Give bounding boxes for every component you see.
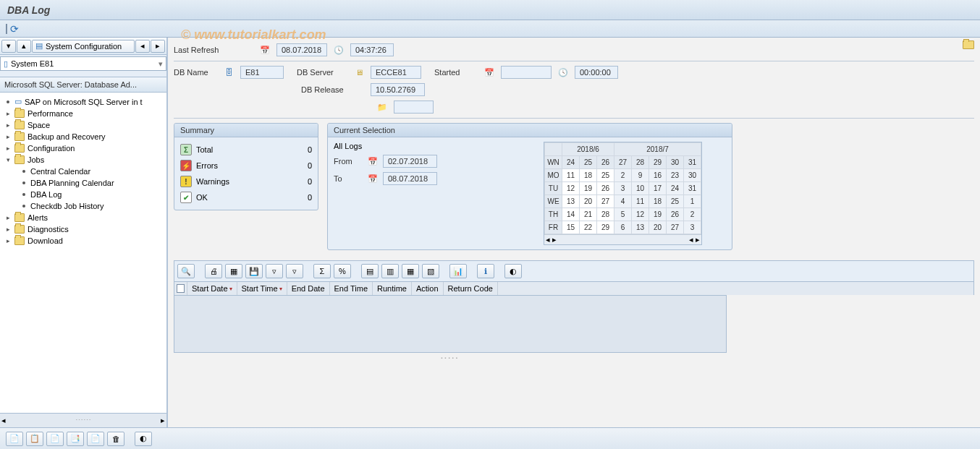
col-end-time[interactable]: End Time bbox=[330, 282, 373, 295]
cal-cell[interactable]: 13 bbox=[562, 195, 580, 208]
cal-cell[interactable]: 21 bbox=[580, 208, 597, 221]
col-start-time[interactable]: Start Time▾ bbox=[237, 282, 287, 295]
cal-cell[interactable]: 30 bbox=[667, 156, 684, 169]
refresh-icon[interactable]: ⟳ bbox=[10, 23, 19, 35]
cal-cell[interactable]: 27 bbox=[597, 195, 614, 208]
cal-cell[interactable]: 25 bbox=[597, 169, 614, 182]
open-folder-button[interactable] bbox=[963, 40, 974, 51]
cal-cell[interactable]: 31 bbox=[684, 156, 701, 169]
cal-cell[interactable]: 10 bbox=[632, 182, 649, 195]
cal-cell[interactable]: 29 bbox=[597, 221, 614, 234]
sidebar-scrollbar[interactable]: ◂⋯⋯▸ bbox=[0, 413, 166, 427]
tree-item-dba-log[interactable]: DBA Log bbox=[16, 189, 166, 200]
export-excel-icon[interactable]: ▦ bbox=[225, 264, 242, 278]
cal-cell[interactable]: 20 bbox=[649, 221, 667, 234]
cal-cell[interactable]: 18 bbox=[649, 195, 667, 208]
filter-icon[interactable]: ▿ bbox=[266, 264, 283, 278]
cal-cell[interactable]: 24 bbox=[667, 182, 684, 195]
cal-cell[interactable]: 22 bbox=[580, 221, 597, 234]
resize-handle[interactable]: ▪▪▪▪▪ bbox=[174, 356, 727, 360]
cal-cell[interactable]: 13 bbox=[632, 221, 649, 234]
tree-item-central-calendar[interactable]: Central Calendar bbox=[16, 166, 166, 177]
cal-cell[interactable]: 25 bbox=[667, 195, 684, 208]
cal-cell[interactable]: 3 bbox=[684, 221, 701, 234]
cal-cell[interactable]: 18 bbox=[580, 169, 597, 182]
col-start-date[interactable]: Start Date▾ bbox=[187, 282, 237, 295]
save-icon[interactable]: 💾 bbox=[245, 264, 263, 278]
cal-cell[interactable]: 16 bbox=[649, 169, 667, 182]
cal-cell[interactable]: 4 bbox=[614, 195, 632, 208]
tree-item-dba-planning-calendar[interactable]: DBA Planning Calendar bbox=[16, 177, 166, 189]
tree-item-backup[interactable]: ▸Backup and Recovery bbox=[0, 131, 166, 142]
cal-cell[interactable]: 19 bbox=[580, 182, 597, 195]
bottom-chart-icon[interactable]: ◐ bbox=[135, 432, 152, 446]
cal-cell[interactable]: 12 bbox=[562, 182, 580, 195]
bottom-delete-icon[interactable]: 🗑 bbox=[107, 432, 124, 446]
cal-cell[interactable]: 6 bbox=[614, 221, 632, 234]
info-icon[interactable]: ℹ bbox=[477, 264, 494, 278]
layout-change-icon[interactable]: ▥ bbox=[381, 264, 399, 278]
system-selector[interactable]: ▯ System E81 ▾ bbox=[0, 56, 166, 71]
tree-item-download[interactable]: ▸Download bbox=[0, 235, 166, 247]
sidebar-nav-left-icon[interactable]: ◂ bbox=[135, 40, 150, 53]
cal-cell[interactable]: 26 bbox=[667, 208, 684, 221]
cal-cell[interactable]: 17 bbox=[649, 182, 667, 195]
calendar[interactable]: 2018/6 2018/7 WN2425262728293031MO111825… bbox=[544, 142, 702, 245]
bottom-btn-1[interactable]: 📄 bbox=[6, 432, 23, 446]
cal-cell[interactable]: 11 bbox=[632, 195, 649, 208]
cal-cell[interactable]: 11 bbox=[562, 169, 580, 182]
calendar-scrollbar[interactable]: ◂ ▸◂ ▸ bbox=[544, 234, 701, 244]
print-icon[interactable]: 🖨 bbox=[205, 264, 222, 278]
layout-manage-icon[interactable]: ▧ bbox=[422, 264, 439, 278]
cal-cell[interactable]: 2 bbox=[614, 169, 632, 182]
cal-cell[interactable]: 24 bbox=[562, 156, 580, 169]
bottom-btn-5[interactable]: 📄 bbox=[87, 432, 104, 446]
scroll-right-icon[interactable]: ▸ bbox=[161, 416, 165, 425]
folder-icon[interactable]: 📁 bbox=[376, 101, 388, 113]
col-action[interactable]: Action bbox=[412, 282, 444, 295]
cal-cell[interactable]: 12 bbox=[632, 208, 649, 221]
cal-cell[interactable]: 27 bbox=[667, 221, 684, 234]
cal-cell[interactable]: 28 bbox=[632, 156, 649, 169]
calendar-icon[interactable]: 📅 bbox=[367, 155, 379, 167]
system-configuration-button[interactable]: ▤ System Configuration bbox=[32, 40, 135, 53]
tree-item-diagnostics[interactable]: ▸Diagnostics bbox=[0, 223, 166, 235]
tree-item-performance[interactable]: ▸Performance bbox=[0, 108, 166, 119]
cal-cell[interactable]: 31 bbox=[684, 182, 701, 195]
cal-cell[interactable]: 28 bbox=[597, 208, 614, 221]
grid-select-all[interactable] bbox=[174, 282, 187, 295]
cal-cell[interactable]: 19 bbox=[649, 208, 667, 221]
from-date[interactable]: 02.07.2018 bbox=[383, 155, 437, 168]
calendar-icon[interactable]: 📅 bbox=[367, 173, 379, 184]
menu-icon[interactable] bbox=[6, 25, 7, 33]
cal-cell[interactable]: 9 bbox=[632, 169, 649, 182]
cal-cell[interactable]: 20 bbox=[580, 195, 597, 208]
cal-cell[interactable]: 1 bbox=[684, 195, 701, 208]
bottom-btn-4[interactable]: 📑 bbox=[67, 432, 84, 446]
cal-cell[interactable]: 2 bbox=[684, 208, 701, 221]
col-return-code[interactable]: Return Code bbox=[444, 282, 498, 295]
cal-cell[interactable]: 27 bbox=[614, 156, 632, 169]
expand-all-icon[interactable]: ▴ bbox=[17, 40, 31, 53]
tree-item-configuration[interactable]: ▸Configuration bbox=[0, 142, 166, 154]
to-date[interactable]: 08.07.2018 bbox=[383, 172, 437, 185]
tree-item-alerts[interactable]: ▸Alerts bbox=[0, 212, 166, 223]
chart-icon[interactable]: ◐ bbox=[504, 264, 522, 278]
cal-cell[interactable]: 25 bbox=[580, 156, 597, 169]
cal-cell[interactable]: 14 bbox=[562, 208, 580, 221]
col-runtime[interactable]: Runtime bbox=[373, 282, 412, 295]
collapse-all-icon[interactable]: ▾ bbox=[1, 40, 16, 53]
cal-cell[interactable]: 3 bbox=[614, 182, 632, 195]
filter-delete-icon[interactable]: ▿ bbox=[286, 264, 303, 278]
tree-item-checkdb[interactable]: Checkdb Job History bbox=[16, 200, 166, 212]
cal-cell[interactable]: 26 bbox=[597, 156, 614, 169]
cal-cell[interactable]: 5 bbox=[614, 208, 632, 221]
layout-save-icon[interactable]: ▦ bbox=[402, 264, 419, 278]
col-end-date[interactable]: End Date bbox=[287, 282, 330, 295]
layout-icon[interactable]: ▤ bbox=[361, 264, 379, 278]
details-icon[interactable]: 🔍 bbox=[177, 264, 195, 278]
tree-item-jobs[interactable]: ▾Jobs bbox=[0, 154, 166, 166]
sidebar-nav-right-icon[interactable]: ▸ bbox=[151, 40, 165, 53]
bottom-btn-3[interactable]: 📄 bbox=[46, 432, 64, 446]
cal-cell[interactable]: 26 bbox=[597, 182, 614, 195]
